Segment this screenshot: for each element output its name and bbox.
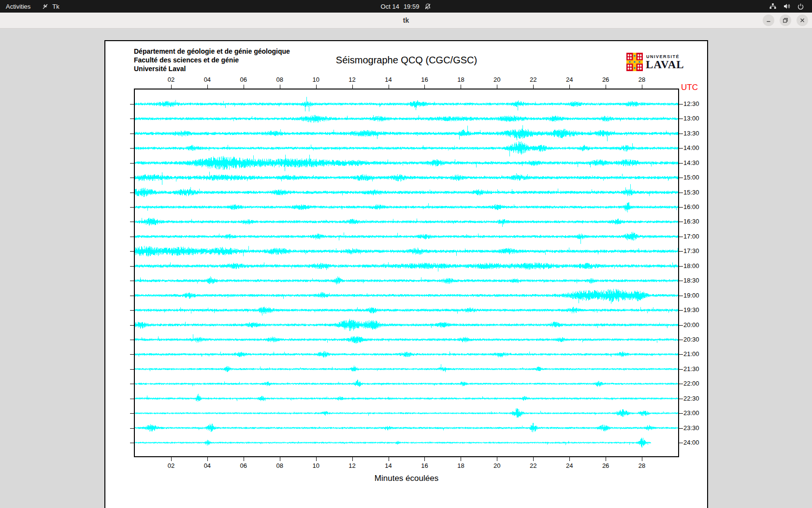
notifications-muted-icon [424,3,431,10]
utc-time-label: 22:30 [683,395,699,402]
laval-shield-icon [626,53,643,71]
trace-tick-left [130,163,134,164]
trace-tick-right [679,251,683,252]
window-titlebar[interactable]: tk [0,13,812,29]
x-tick-bottom [316,457,317,461]
tk-window-body: Département de géologie et de génie géol… [0,29,812,508]
desktop: Activities Tk Oct 1419:59 [0,0,812,508]
x-tick-bottom [642,457,642,461]
x-tick-label-top: 16 [417,76,432,83]
power-icon [797,3,804,10]
utc-time-label: 21:00 [683,351,699,358]
trace-tick-left [130,251,134,252]
utc-time-label: 23:00 [683,410,699,417]
x-tick-label-top: 18 [453,76,468,83]
x-tick-top [642,85,642,89]
x-tick-label-bottom: 18 [453,462,468,469]
x-tick-top [533,85,534,89]
trace-tick-right [679,296,683,296]
trace-tick-right [679,178,683,178]
wired-network-icon [769,2,777,10]
x-tick-bottom [207,457,208,461]
utc-time-label: 17:30 [683,248,699,254]
activities-button[interactable]: Activities [0,0,36,13]
x-tick-label-bottom: 10 [309,462,323,469]
utc-time-label: 19:30 [683,307,699,314]
trace-tick-right [679,354,683,355]
trace-tick-left [130,443,134,443]
x-tick-label-bottom: 26 [598,462,613,469]
utc-time-label: 20:00 [683,322,699,329]
utc-time-label: 16:30 [683,218,699,225]
x-tick-label-bottom: 28 [635,462,649,469]
close-icon [799,17,805,23]
trace-tick-left [130,119,134,119]
trace-tick-left [130,354,134,355]
trace-tick-left [130,222,134,222]
x-tick-bottom [533,457,534,461]
x-axis-title: Minutes écoulées [134,474,679,483]
x-tick-label-top: 28 [635,76,649,83]
x-tick-label-top: 14 [381,76,396,83]
utc-time-label: 14:00 [683,145,699,151]
x-tick-bottom [606,457,606,461]
trace-tick-right [679,222,683,222]
close-button[interactable] [797,15,808,26]
seismograph-canvas: Département de géologie et de génie géol… [104,40,708,508]
plot-title: Séismographe QCQ (CGC/GSC) [134,55,679,66]
universite-laval-logo: UNIVERSITÉ LAVAL [626,53,699,72]
x-tick-bottom [424,457,425,461]
trace-tick-right [679,148,683,149]
x-tick-label-top: 24 [562,76,577,83]
x-tick-label-top: 22 [526,76,540,83]
trace-tick-left [130,428,134,429]
window-title: tk [0,13,812,28]
utc-time-label: 15:30 [683,189,699,196]
focused-app-menu[interactable]: Tk [36,0,65,13]
trace-tick-left [130,384,134,384]
x-tick-label-top: 04 [200,76,215,83]
minimize-button[interactable] [763,15,774,26]
x-tick-top [461,85,461,89]
x-tick-label-bottom: 04 [200,462,215,469]
x-tick-label-top: 12 [345,76,360,83]
x-tick-label-bottom: 20 [490,462,504,469]
x-tick-bottom [244,457,244,461]
trace-tick-left [130,340,134,340]
utc-time-label: 19:00 [683,292,699,299]
x-tick-top [280,85,280,89]
x-tick-top [424,85,425,89]
trace-tick-left [130,399,134,399]
maximize-button[interactable] [780,15,791,26]
trace-tick-left [130,237,134,237]
tk-app-icon [42,3,49,10]
logo-laval-text: LAVAL [646,59,684,71]
utc-time-label: 17:00 [683,233,699,240]
x-tick-top [606,85,606,89]
x-tick-bottom [389,457,389,461]
trace-tick-right [679,384,683,384]
x-tick-bottom [497,457,497,461]
utc-time-label: 22:00 [683,380,699,387]
utc-time-label: 23:30 [683,425,699,432]
trace-tick-left [130,193,134,193]
utc-time-label: 13:00 [683,115,699,122]
x-tick-bottom [171,457,172,461]
utc-time-label: 16:00 [683,204,699,210]
x-tick-label-bottom: 22 [526,462,540,469]
trace-tick-left [130,369,134,370]
x-tick-bottom [569,457,570,461]
clock: Oct 1419:59 [381,3,420,10]
trace-tick-left [130,413,134,414]
trace-tick-right [679,340,683,340]
x-tick-top [497,85,497,89]
trace-tick-right [679,310,683,311]
clock-menu[interactable]: Oct 1419:59 [381,0,432,13]
utc-time-label: 14:30 [683,160,699,166]
system-status-menu[interactable] [765,0,808,13]
trace-tick-right [679,428,683,429]
plot-area [134,89,679,457]
trace-tick-right [679,281,683,281]
trace-tick-right [679,325,683,326]
x-tick-label-top: 08 [273,76,287,83]
